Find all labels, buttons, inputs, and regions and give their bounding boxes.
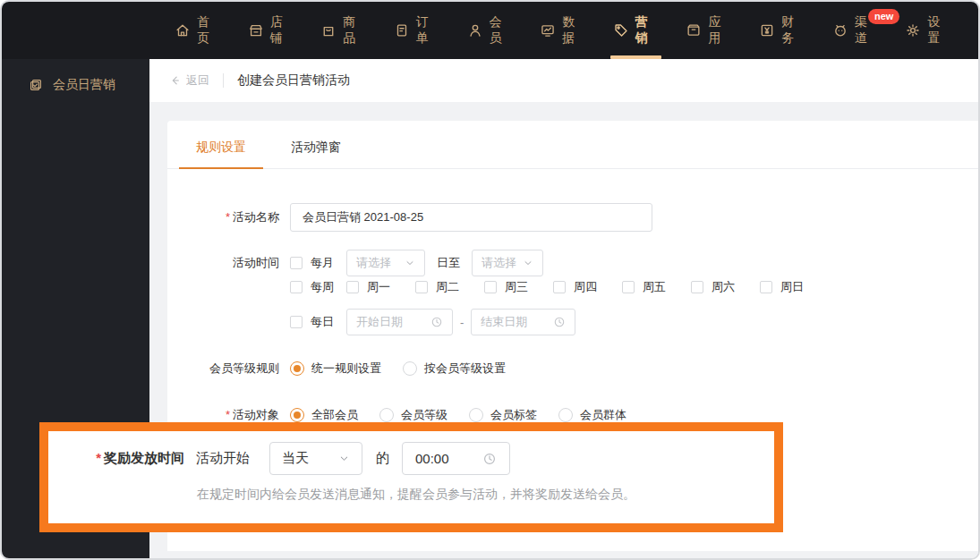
sidebar-item-member-day-marketing[interactable]: 会员日营销 bbox=[2, 59, 149, 93]
activity-name-input[interactable]: 会员日营销 2021-08-25 bbox=[290, 203, 652, 232]
nav-item-home[interactable]: 首页 bbox=[175, 2, 221, 59]
sidebar-item-label: 会员日营销 bbox=[53, 77, 115, 93]
monthly-day-to-select[interactable]: 请选择 bbox=[472, 250, 543, 276]
wednesday-checkbox[interactable] bbox=[484, 281, 497, 293]
weekly-checkbox[interactable] bbox=[290, 281, 303, 293]
sunday-label: 周日 bbox=[780, 279, 804, 295]
reward-time-label: *奖励发放时间 bbox=[48, 450, 184, 467]
clock-icon bbox=[430, 316, 443, 328]
thursday-checkbox[interactable] bbox=[553, 281, 566, 293]
saturday-label: 周六 bbox=[712, 279, 735, 295]
start-date-placeholder: 开始日期 bbox=[356, 314, 403, 330]
sunday-checkbox[interactable] bbox=[760, 281, 772, 293]
activity-time-daily-row: 每日 开始日期 - 结束日期 bbox=[167, 309, 575, 335]
tuesday-label: 周二 bbox=[436, 279, 459, 295]
start-date-input[interactable]: 开始日期 bbox=[346, 309, 453, 335]
member-level-label: 会员等级 bbox=[401, 407, 447, 423]
activity-name-row: *活动名称 会员日营销 2021-08-25 bbox=[167, 203, 652, 232]
clock-icon bbox=[553, 316, 566, 328]
tuesday-checkbox[interactable] bbox=[415, 281, 428, 293]
thursday-label: 周四 bbox=[574, 279, 597, 295]
reward-time-highlight-box: *奖励发放时间 活动开始 当天 的 00:00 在规定时间内给会员发送消息通知，… bbox=[39, 422, 783, 532]
all-members-radio[interactable] bbox=[290, 408, 304, 422]
order-icon bbox=[394, 22, 410, 38]
nav-item-finance[interactable]: 财务 bbox=[759, 2, 805, 59]
nav-label: 营销 bbox=[635, 14, 660, 47]
nav-item-members[interactable]: 会员 bbox=[467, 2, 514, 59]
by-level-radio[interactable] bbox=[403, 361, 417, 376]
member-group-label: 会员群体 bbox=[580, 407, 626, 423]
reward-time-value: 00:00 bbox=[415, 451, 449, 466]
top-nav: 首页 店铺 商品 订单 会员 数据 营销 应用 bbox=[2, 2, 978, 59]
new-badge: new bbox=[868, 9, 899, 24]
header-divider bbox=[223, 73, 224, 88]
required-mark: * bbox=[226, 210, 230, 224]
weekly-label: 每周 bbox=[311, 279, 334, 295]
member-tag-radio[interactable] bbox=[469, 408, 483, 422]
reward-mid-label: 的 bbox=[376, 450, 389, 467]
member-level-radio[interactable] bbox=[379, 408, 394, 422]
shop-icon bbox=[248, 22, 264, 38]
target-row: *活动对象 全部会员 会员等级 会员标签 会员群体 bbox=[167, 406, 648, 424]
member-icon bbox=[467, 22, 483, 38]
end-date-input[interactable]: 结束日期 bbox=[471, 309, 575, 335]
member-tag-label: 会员标签 bbox=[490, 407, 537, 423]
saturday-checkbox[interactable] bbox=[691, 281, 703, 293]
nav-label: 财务 bbox=[781, 14, 805, 47]
nav-label: 店铺 bbox=[270, 14, 294, 47]
reward-day-select[interactable]: 当天 bbox=[269, 442, 362, 475]
chevron-down-icon bbox=[405, 258, 415, 268]
nav-item-channels[interactable]: 渠道 new bbox=[832, 2, 879, 59]
finance-icon bbox=[759, 22, 775, 38]
end-date-placeholder: 结束日期 bbox=[481, 314, 527, 330]
nav-label: 首页 bbox=[197, 14, 221, 47]
nav-label: 设置 bbox=[927, 14, 951, 47]
activity-start-label: 活动开始 bbox=[196, 450, 250, 467]
by-level-label: 按会员等级设置 bbox=[424, 361, 506, 377]
monthly-day-from-select[interactable]: 请选择 bbox=[346, 250, 425, 276]
all-members-label: 全部会员 bbox=[311, 407, 358, 423]
chevron-down-icon bbox=[523, 258, 533, 268]
monthly-label: 每月 bbox=[311, 255, 334, 271]
marketing-icon bbox=[613, 22, 629, 38]
date-range-separator: - bbox=[460, 316, 464, 329]
friday-label: 周五 bbox=[643, 279, 666, 295]
select-placeholder: 请选择 bbox=[481, 255, 516, 271]
daily-checkbox[interactable] bbox=[290, 316, 303, 328]
daily-label: 每日 bbox=[311, 314, 334, 330]
nav-label: 数据 bbox=[562, 14, 586, 47]
activity-name-label: *活动名称 bbox=[167, 209, 279, 225]
required-mark: * bbox=[96, 450, 101, 465]
nav-label: 应用 bbox=[708, 14, 732, 47]
monday-checkbox[interactable] bbox=[346, 281, 359, 293]
member-group-radio[interactable] bbox=[558, 408, 573, 422]
nav-label: 会员 bbox=[490, 14, 514, 47]
back-button[interactable]: 返回 bbox=[168, 72, 209, 89]
nav-item-shop[interactable]: 店铺 bbox=[248, 2, 294, 59]
reward-day-value: 当天 bbox=[282, 450, 309, 467]
wednesday-label: 周三 bbox=[505, 279, 528, 295]
reward-time-help-text: 在规定时间内给会员发送消息通知，提醒会员参与活动，并将奖励发送给会员。 bbox=[197, 487, 635, 503]
level-rule-row: 会员等级规则 统一规则设置 按会员等级设置 bbox=[167, 360, 527, 378]
unified-rule-label: 统一规则设置 bbox=[311, 361, 381, 377]
level-rule-label: 会员等级规则 bbox=[167, 361, 279, 377]
monthly-checkbox[interactable] bbox=[290, 257, 303, 269]
unified-rule-radio[interactable] bbox=[290, 361, 304, 376]
activity-time-label: 活动时间 bbox=[167, 255, 279, 271]
back-label: 返回 bbox=[186, 72, 209, 89]
nav-item-orders[interactable]: 订单 bbox=[394, 2, 440, 59]
nav-item-settings[interactable]: 设置 bbox=[905, 2, 951, 59]
select-placeholder: 请选择 bbox=[356, 255, 391, 271]
nav-item-marketing[interactable]: 营销 bbox=[613, 2, 660, 59]
reward-time-input[interactable]: 00:00 bbox=[402, 442, 510, 475]
arrow-left-icon bbox=[168, 74, 181, 87]
app-window: 首页 店铺 商品 订单 会员 数据 营销 应用 bbox=[0, 0, 980, 560]
nav-item-goods[interactable]: 商品 bbox=[320, 2, 367, 59]
activity-time-monthly-row: 活动时间 每月 请选择 日至 请选择 bbox=[167, 250, 543, 276]
coupon-icon bbox=[29, 78, 43, 92]
friday-checkbox[interactable] bbox=[622, 281, 635, 293]
nav-label: 订单 bbox=[416, 14, 440, 47]
gear-icon bbox=[905, 22, 921, 38]
nav-item-data[interactable]: 数据 bbox=[540, 2, 586, 59]
nav-item-apps[interactable]: 应用 bbox=[686, 2, 732, 59]
